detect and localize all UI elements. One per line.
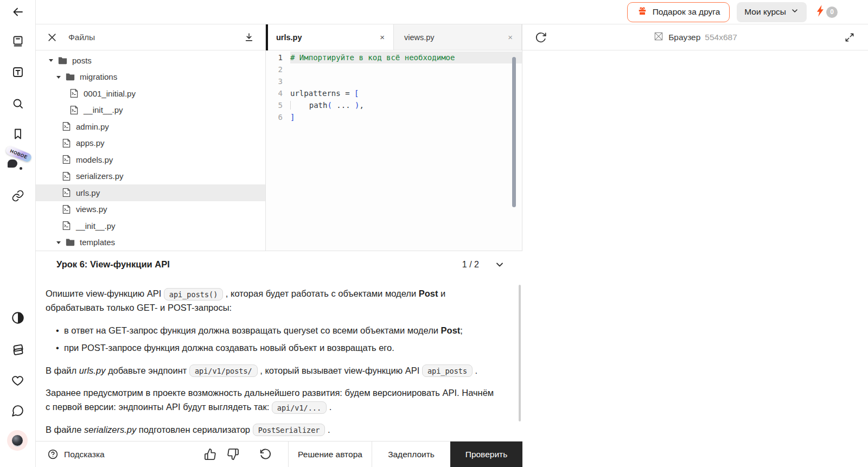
close-files-icon[interactable] [46, 31, 59, 44]
theory-text-icon[interactable] [11, 65, 25, 79]
lesson-paragraph: Заранее предусмотрим в проекте возможнос… [46, 386, 498, 414]
python-file-icon [69, 105, 79, 115]
italic-text: serializers.py [84, 425, 136, 434]
bottom-toolbar: Подсказка Решение автора Задеплоить Пров… [36, 441, 522, 467]
bookmark-icon[interactable] [11, 127, 25, 141]
tree-file-apps.py[interactable]: apps.py [36, 135, 265, 152]
tree-item-label: __init__.py [84, 105, 123, 114]
thumbs-down-icon[interactable] [225, 447, 240, 462]
mascot-dot [20, 167, 22, 170]
tab-close-icon[interactable]: × [380, 33, 385, 41]
lesson-scrollbar[interactable] [519, 285, 521, 421]
download-icon[interactable] [242, 31, 256, 44]
refresh-icon[interactable] [534, 31, 547, 44]
tree-file-0001_initial.py[interactable]: 0001_initial.py [36, 85, 265, 102]
layers-icon[interactable] [11, 343, 25, 357]
thumbs-up-icon[interactable] [202, 447, 218, 462]
tree-item-label: models.py [76, 155, 113, 164]
caret-down-icon[interactable] [48, 57, 54, 63]
editor-tab-urls.py[interactable]: urls.py× [266, 24, 394, 50]
feedback-icons [202, 442, 288, 467]
tree-file-__init__.py[interactable]: __init__.py [36, 217, 265, 234]
lesson-paragraph: Опишите view-функцию API api_posts() , к… [46, 286, 498, 315]
heart-icon[interactable] [11, 373, 25, 387]
text-span: . [327, 402, 331, 412]
tree-folder-posts[interactable]: posts [36, 52, 265, 69]
gift-for-friend-button[interactable]: Подарок за друга [627, 2, 730, 22]
browser-content[interactable] [522, 50, 868, 467]
top-bar: Подарок за друга Мои курсы 0 [36, 0, 868, 24]
code-line-3[interactable]: 3 [266, 75, 522, 87]
new-feature-widget[interactable]: НОВОЕ [2, 148, 34, 176]
code-line-1[interactable]: 1# Импортируйте в код всё необходимое [266, 52, 522, 63]
text-span: Заранее предусмотрим в проекте возможнос… [46, 388, 494, 412]
check-button[interactable]: Проверить [450, 442, 522, 467]
tree-item-label: __init__.py [76, 221, 116, 231]
bold-text: Post [441, 325, 461, 335]
editor-scrollbar[interactable] [512, 57, 516, 207]
expand-icon[interactable] [843, 31, 856, 44]
deploy-button[interactable]: Задеплоить [372, 442, 450, 467]
bullet-marker: • [56, 323, 59, 337]
tab-label: urls.py [276, 33, 375, 42]
text-span: Опишите view-функцию API [46, 289, 164, 298]
caret-down-icon[interactable] [55, 74, 62, 80]
code-area[interactable]: 1# Импортируйте в код всё необходимое234… [266, 50, 522, 251]
tree-file-urls.py[interactable]: urls.py [36, 184, 265, 201]
inline-code-chip: PostSerializer [253, 424, 326, 436]
contrast-theme-icon[interactable] [11, 311, 25, 325]
tree-file-__init__.py[interactable]: __init__.py [36, 102, 265, 119]
code-text: ] [290, 111, 522, 123]
tree-item-label: migrations [80, 72, 117, 81]
browser-title-group: Браузер 554x687 [547, 31, 843, 44]
file-panel-header: Файлы [36, 24, 265, 50]
my-courses-button[interactable]: Мои курсы [737, 2, 807, 22]
tree-file-admin.py[interactable]: admin.py [36, 118, 265, 135]
bullet-marker: • [56, 341, 59, 355]
line-number: 1 [266, 52, 290, 63]
code-line-4[interactable]: 4urlpatterns = [ [266, 87, 522, 99]
lesson-bullet-item: •в ответ на GET-запрос функция должна во… [46, 323, 498, 337]
link-icon[interactable] [11, 189, 25, 203]
tree-file-models.py[interactable]: models.py [36, 151, 265, 168]
python-file-icon [62, 171, 71, 181]
author-solution-button[interactable]: Решение автора [288, 442, 372, 467]
image-placeholder-icon [653, 31, 664, 44]
code-text: # Импортируйте в код всё необходимое [290, 52, 522, 63]
search-icon[interactable] [11, 97, 25, 111]
editor-tab-views.py[interactable]: views.py× [394, 24, 522, 50]
energy-counter[interactable]: 0 [814, 4, 838, 20]
tab-close-icon[interactable]: × [508, 33, 513, 41]
lesson-bullet-item: •при POST-запросе функция должна создава… [46, 341, 498, 355]
code-line-5[interactable]: 5 path( ... ), [266, 99, 522, 111]
hint-button[interactable]: Подсказка [36, 442, 105, 467]
lessons-book-icon[interactable] [11, 34, 25, 48]
lesson-paragraph: В файл urls.py добавьте эндпоинт api/v1/… [46, 363, 498, 378]
courses-button-label: Мои курсы [744, 7, 786, 17]
back-arrow-icon[interactable] [11, 5, 25, 19]
code-line-2[interactable]: 2 [266, 63, 522, 75]
tree-file-serializers.py[interactable]: serializers.py [36, 168, 265, 185]
tree-folder-migrations[interactable]: migrations [36, 69, 265, 86]
text-span: . [325, 425, 330, 434]
file-tree: postsmigrations0001_initial.py__init__.p… [36, 50, 265, 251]
tree-folder-templates[interactable]: templates [36, 234, 265, 251]
collapse-lesson-icon[interactable] [493, 258, 506, 271]
browser-title: Браузер [668, 33, 700, 42]
code-line-6[interactable]: 6] [266, 111, 522, 123]
lesson-header: Урок 6: View-функции API 1 / 2 [36, 251, 522, 278]
python-file-icon [69, 88, 79, 98]
reset-icon[interactable] [258, 447, 273, 462]
tree-item-label: urls.py [76, 188, 100, 197]
left-sidebar: НОВОЕ [0, 0, 36, 467]
line-number: 3 [266, 75, 290, 87]
chat-icon[interactable] [11, 404, 25, 418]
tree-file-views.py[interactable]: views.py [36, 201, 265, 218]
text-span: В файл [46, 366, 79, 375]
file-panel: Файлы postsmigrations0001_initial.py__in… [36, 24, 266, 251]
caret-down-icon[interactable] [55, 240, 62, 245]
lesson-pager: 1 / 2 [462, 260, 479, 270]
user-avatar[interactable] [7, 430, 28, 451]
inline-code-chip: api_posts() [164, 288, 223, 300]
lesson-title: Урок 6: View-функции API [56, 259, 462, 270]
